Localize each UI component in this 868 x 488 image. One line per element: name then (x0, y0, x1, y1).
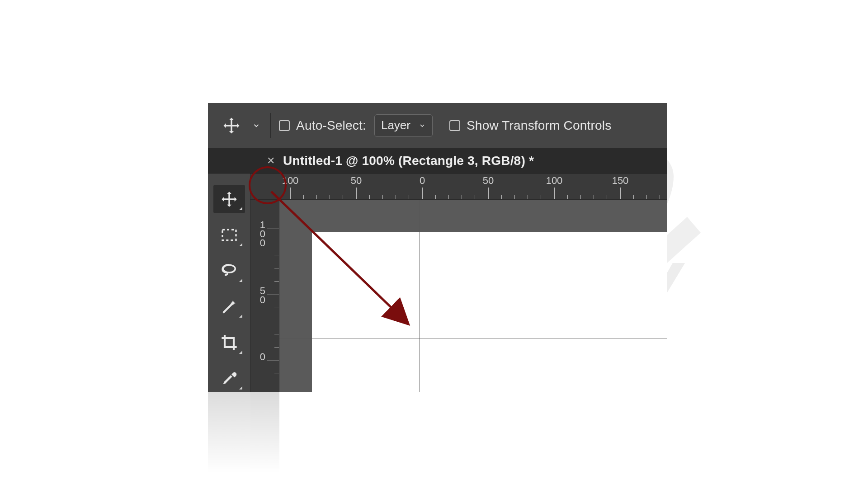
artboard[interactable] (312, 232, 667, 392)
flyout-indicator-icon (239, 243, 242, 246)
reflection-effect (208, 392, 667, 488)
lasso-icon (220, 262, 238, 280)
ruler-label: 100 (260, 221, 265, 247)
marquee-icon (220, 226, 238, 244)
lasso-tool[interactable] (213, 257, 245, 285)
svg-point-1 (223, 265, 235, 273)
tools-panel (208, 174, 250, 392)
auto-select-checkbox[interactable] (279, 120, 290, 131)
rectangular-marquee-tool[interactable] (213, 221, 245, 249)
auto-select-target-dropdown[interactable]: Layer (374, 114, 433, 137)
chevron-down-icon (419, 122, 426, 129)
ruler-label: 0 (260, 352, 265, 361)
chevron-down-icon (252, 122, 260, 130)
ruler-label: 50 (260, 286, 265, 305)
divider (441, 113, 441, 138)
flyout-indicator-icon (239, 279, 242, 282)
divider (270, 113, 271, 138)
eyedropper-icon (220, 369, 238, 387)
vertical-guide[interactable] (420, 200, 420, 392)
document-tab-title[interactable]: Untitled-1 @ 100% (Rectangle 3, RGB/8) * (283, 154, 534, 168)
flyout-indicator-icon (239, 351, 242, 354)
ruler-label: 150 (612, 175, 629, 187)
auto-select-group[interactable]: Auto-Select: (279, 118, 366, 133)
ruler-label: 50 (351, 175, 362, 187)
show-transform-label: Show Transform Controls (467, 118, 612, 133)
annotation-circle (249, 166, 287, 204)
ruler-label: 100 (546, 175, 563, 187)
close-tab-button[interactable]: ✕ (267, 155, 275, 167)
flyout-indicator-icon (239, 207, 242, 210)
move-icon (222, 116, 241, 135)
horizontal-guide[interactable] (279, 338, 667, 338)
flyout-indicator-icon (239, 386, 242, 389)
ruler-ticks: 10050050100150 (250, 174, 667, 199)
show-transform-checkbox[interactable] (449, 120, 460, 131)
crop-tool[interactable] (213, 328, 245, 356)
move-icon (220, 190, 238, 208)
tool-preset-dropdown[interactable] (250, 120, 262, 131)
crop-icon (220, 333, 238, 352)
ruler-label: 0 (420, 175, 425, 187)
ruler-label: 50 (483, 175, 494, 187)
wand-icon (220, 298, 238, 316)
show-transform-group[interactable]: Show Transform Controls (449, 118, 612, 133)
photoshop-window: Auto-Select: Layer Show Transform Contro… (208, 103, 667, 392)
magic-wand-tool[interactable] (213, 293, 245, 320)
move-tool[interactable] (213, 185, 245, 213)
screenshot-region: Auto-Select: Layer Show Transform Contro… (208, 103, 667, 392)
options-bar: Auto-Select: Layer Show Transform Contro… (208, 103, 667, 148)
horizontal-ruler[interactable]: 10050050100150 (250, 174, 667, 200)
canvas-area[interactable] (279, 200, 667, 392)
dropdown-value: Layer (381, 118, 410, 132)
flyout-indicator-icon (239, 314, 242, 318)
vertical-ruler[interactable]: 100500 (250, 200, 279, 392)
svg-rect-0 (222, 230, 236, 240)
eyedropper-tool[interactable] (213, 365, 245, 392)
auto-select-label: Auto-Select: (296, 118, 366, 133)
current-tool-icon[interactable] (221, 115, 242, 136)
